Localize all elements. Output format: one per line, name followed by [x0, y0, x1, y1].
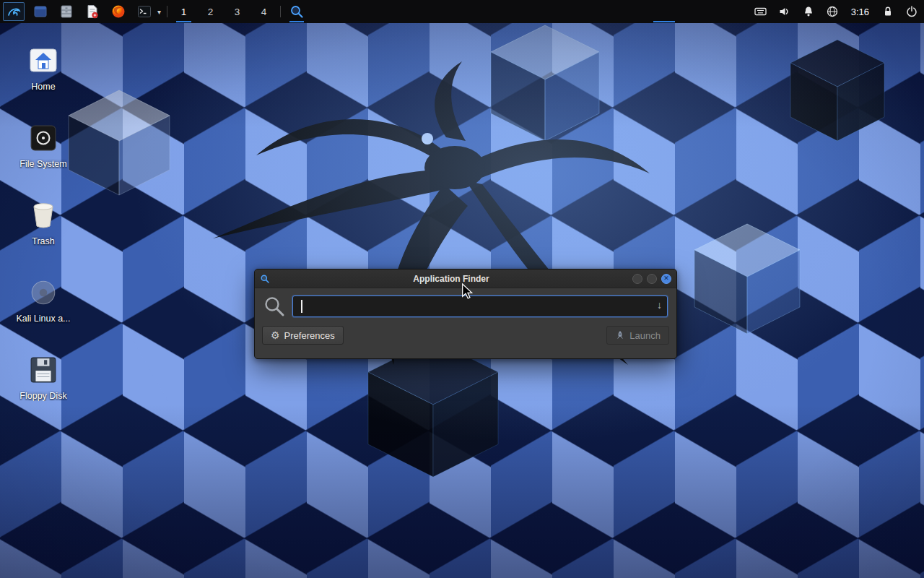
kali-disc-icon — [30, 275, 57, 310]
workspace-button-4[interactable]: 4 — [253, 0, 274, 23]
panel-status-area: 3:16 — [754, 1, 918, 22]
kali-dragon-glyph — [6, 4, 21, 19]
desktop-icon-trash[interactable]: Trash — [0, 192, 87, 269]
desktop-icon-label: Kali Linux a... — [16, 314, 70, 324]
window-title: Application Finder — [274, 274, 628, 284]
terminal-icon[interactable] — [134, 1, 154, 22]
magnifier-glyph — [289, 4, 305, 20]
clock[interactable]: 3:16 — [850, 7, 871, 17]
window-icon-magnifier — [260, 274, 270, 284]
maximize-button[interactable] — [647, 274, 657, 284]
search-input[interactable] — [292, 296, 668, 317]
desktop-icon-home[interactable]: Home — [0, 38, 87, 115]
home-icon — [28, 43, 58, 78]
kali-menu-icon[interactable] — [3, 2, 25, 21]
preferences-button[interactable]: ⚙ Preferences — [262, 326, 344, 345]
app-finder-icon[interactable] — [287, 0, 307, 23]
network-icon[interactable] — [826, 1, 839, 22]
desktop-icon-file-system[interactable]: File System — [0, 115, 87, 192]
window-glyph — [32, 4, 48, 20]
application-finder-window: Application Finder ✕ ↓ ⚙ Preferences — [254, 269, 677, 359]
glass-cube — [491, 25, 599, 141]
gear-icon: ⚙ — [271, 329, 280, 341]
mouse-cursor — [460, 283, 474, 299]
launch-rocket-icon — [615, 330, 625, 340]
trash-icon — [30, 198, 57, 233]
launch-label: Launch — [629, 330, 661, 341]
desktop-icon-label: Floppy Disk — [19, 391, 66, 401]
workspace-button-3[interactable]: 3 — [227, 0, 248, 23]
panel-separator — [280, 6, 281, 17]
chevron-down-icon[interactable]: ▾ — [157, 8, 161, 16]
workspace-button-2[interactable]: 2 — [200, 0, 221, 23]
document-glyph — [84, 4, 100, 20]
finder-button-row: ⚙ Preferences Launch — [255, 322, 676, 352]
black-cube — [368, 340, 498, 477]
search-icon — [263, 296, 285, 317]
show-desktop-icon[interactable] — [30, 1, 51, 22]
filesystem-icon — [30, 121, 57, 155]
desktop-icon-list: Home File System Trash Kali Linu — [0, 38, 87, 424]
preferences-label: Preferences — [284, 330, 335, 341]
close-button[interactable]: ✕ — [661, 274, 671, 284]
search-input-wrap: ↓ — [292, 296, 668, 317]
desktop-icon-floppy[interactable]: Floppy Disk — [0, 347, 87, 424]
keyboard-icon[interactable] — [754, 1, 767, 22]
cabinet-glyph — [58, 4, 74, 20]
top-panel: ▾ 1 2 3 4 — [0, 0, 924, 23]
bell-icon[interactable] — [802, 1, 815, 22]
glass-cube — [694, 224, 800, 334]
taskbar-window-button[interactable] — [652, 0, 676, 23]
power-icon[interactable] — [905, 1, 918, 22]
workspace-button-1[interactable]: 1 — [173, 0, 194, 23]
lock-icon[interactable] — [881, 1, 894, 22]
minimize-button[interactable] — [632, 274, 642, 284]
desktop-icon-kali-volume[interactable]: Kali Linux a... — [0, 269, 87, 347]
firefox-glyph — [110, 4, 126, 20]
dropdown-arrow-icon[interactable]: ↓ — [657, 299, 662, 311]
black-cube — [790, 40, 884, 141]
floppy-icon — [30, 353, 57, 387]
panel-separator — [167, 6, 167, 17]
file-manager-icon[interactable] — [56, 1, 77, 22]
terminal-glyph — [136, 4, 152, 20]
text-caret — [301, 300, 302, 313]
desktop-icon-label: File System — [19, 159, 66, 169]
launch-button[interactable]: Launch — [606, 326, 669, 345]
firefox-icon[interactable] — [108, 1, 128, 22]
desktop-icon-label: Home — [31, 82, 55, 92]
volume-icon[interactable] — [778, 1, 791, 22]
text-editor-icon[interactable] — [82, 1, 103, 22]
desktop-icon-label: Trash — [32, 236, 55, 246]
